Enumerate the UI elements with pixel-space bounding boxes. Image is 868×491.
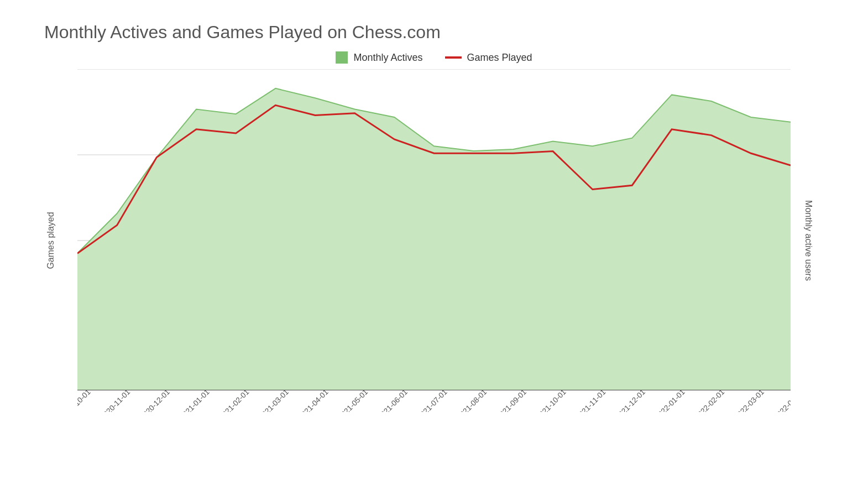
legend-monthly-actives-label: Monthly Actives xyxy=(353,52,422,64)
svg-text:2021-03-01: 2021-03-01 xyxy=(257,388,290,412)
y-axis-left-label: Games played xyxy=(46,212,56,269)
svg-text:2021-06-01: 2021-06-01 xyxy=(376,388,409,412)
svg-text:2021-09-01: 2021-09-01 xyxy=(495,388,528,412)
svg-text:2020-10-01: 2020-10-01 xyxy=(77,388,92,412)
svg-text:2020-11-01: 2020-11-01 xyxy=(99,388,132,412)
svg-text:2021-10-01: 2021-10-01 xyxy=(535,388,568,412)
monthly-actives-area xyxy=(77,88,791,390)
chart-container: Monthly Actives and Games Played on Ches… xyxy=(0,0,868,491)
svg-text:2021-11-01: 2021-11-01 xyxy=(574,388,608,412)
chart-title: Monthly Actives and Games Played on Ches… xyxy=(44,22,857,43)
legend-monthly-actives-icon xyxy=(336,51,348,64)
svg-text:2021-12-01: 2021-12-01 xyxy=(614,388,647,412)
chart-legend: Monthly Actives Games Played xyxy=(11,51,857,64)
legend-monthly-actives: Monthly Actives xyxy=(336,51,422,64)
svg-text:2022-01-01: 2022-01-01 xyxy=(653,388,687,412)
chart-svg: 800.000.000 600.000.000 400.000.000 200.… xyxy=(77,69,791,412)
svg-text:2022-04-01: 2022-04-01 xyxy=(772,388,791,412)
chart-area: Games played Monthly active users 800.00… xyxy=(77,69,791,412)
svg-text:2021-01-01: 2021-01-01 xyxy=(178,388,211,412)
legend-games-played-label: Games Played xyxy=(467,52,532,64)
svg-text:2022-02-01: 2022-02-01 xyxy=(693,388,726,412)
svg-text:2021-05-01: 2021-05-01 xyxy=(337,388,370,412)
svg-text:2021-07-01: 2021-07-01 xyxy=(416,388,449,412)
svg-text:2020-12-01: 2020-12-01 xyxy=(138,388,171,412)
y-axis-right-label: Monthly active users xyxy=(803,200,813,281)
legend-games-played: Games Played xyxy=(445,52,532,64)
svg-text:2022-03-01: 2022-03-01 xyxy=(733,388,766,412)
svg-text:2021-04-01: 2021-04-01 xyxy=(297,388,330,412)
legend-games-played-icon xyxy=(445,56,462,59)
svg-text:2021-02-01: 2021-02-01 xyxy=(218,388,251,412)
svg-text:2021-08-01: 2021-08-01 xyxy=(456,388,489,412)
